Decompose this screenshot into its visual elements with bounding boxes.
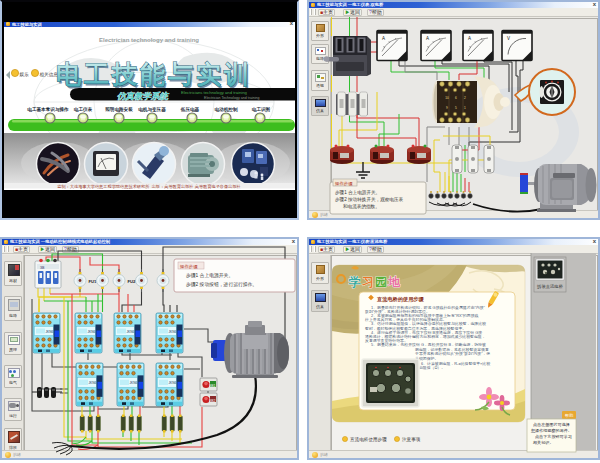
- svg-text:电工识图: 电工识图: [252, 106, 271, 113]
- svg-text:想操作细观察的器件。: 想操作细观察的器件。: [531, 428, 572, 433]
- svg-text:直流电桥使用步骤: 直流电桥使用步骤: [350, 437, 387, 443]
- svg-text:娱乐: 娱乐: [20, 71, 30, 77]
- svg-text:FU2: FU2: [128, 279, 137, 284]
- svg-text:FU1: FU1: [89, 279, 98, 284]
- svg-text:点击下方按钮可学习: 点击下方按钮可学习: [535, 434, 572, 439]
- svg-text:园: 园: [375, 275, 387, 289]
- svg-text:帮助: 帮助: [565, 413, 573, 418]
- svg-text:6: 6: [455, 96, 457, 100]
- svg-text:操作步骤: 操作步骤: [179, 264, 198, 269]
- svg-text:注意事项: 注意事项: [402, 437, 421, 442]
- svg-text:步骤1 合上电源开关。: 步骤1 合上电源开关。: [335, 189, 380, 196]
- svg-text:电工技能与实训: 电工技能与实训: [56, 60, 252, 88]
- svg-text:1: 1: [464, 106, 466, 110]
- svg-text:步骤2 按动按钮，进行运行操作。: 步骤2 按动按钮，进行运行操作。: [186, 281, 257, 288]
- svg-text:SB2: SB2: [209, 399, 216, 403]
- svg-text:学: 学: [348, 275, 361, 289]
- svg-text:电工基本常识与操作: 电工基本常识与操作: [27, 106, 69, 113]
- svg-text:A: A: [468, 36, 471, 41]
- svg-text:A: A: [426, 36, 429, 41]
- svg-text:5: 5: [455, 106, 457, 110]
- svg-text:3B: 3B: [40, 266, 45, 270]
- svg-text:直流电桥的使用步骤: 直流电桥的使用步骤: [376, 296, 425, 303]
- svg-text:电工仪表: 电工仪表: [74, 106, 93, 113]
- svg-text:V: V: [507, 36, 510, 41]
- svg-text:电机与变压器: 电机与变压器: [138, 106, 166, 113]
- svg-text:10: 10: [445, 96, 449, 100]
- svg-text:照明电路安装: 照明电路安装: [105, 106, 133, 113]
- svg-text:和电流表的指数。: 和电流表的指数。: [343, 203, 380, 210]
- svg-text:9: 9: [446, 106, 448, 110]
- svg-text:相关知识。: 相关知识。: [533, 440, 553, 445]
- svg-text:步骤1 合上电源开关。: 步骤1 合上电源开关。: [186, 272, 233, 279]
- svg-text:SB1: SB1: [209, 384, 216, 388]
- svg-text:拆装直流电桥: 拆装直流电桥: [536, 284, 563, 289]
- svg-text:地: 地: [387, 275, 401, 289]
- svg-text:Electrician Technology and: Electrician Technology and training: [204, 96, 259, 100]
- svg-text:Electricians technology and tr: Electricians technology and training: [181, 90, 248, 95]
- svg-text:电动机控制: 电动机控制: [215, 107, 238, 113]
- svg-text:低压电器: 低压电器: [180, 106, 200, 113]
- svg-text:习: 习: [362, 275, 374, 289]
- svg-text:仿真教学系统: 仿真教学系统: [117, 91, 170, 101]
- svg-text:2: 2: [464, 96, 466, 100]
- svg-text:A: A: [382, 36, 385, 41]
- svg-text:Electrician technology and tra: Electrician technology and training: [99, 37, 199, 43]
- svg-text:操作步骤: 操作步骤: [334, 181, 353, 186]
- svg-text:监制：大连海事大学信息工程学院信息技术研究所 出版：高等教: 监制：大连海事大学信息工程学院信息技术研究所 出版：高等教育出版社 高等教育电子…: [57, 184, 241, 190]
